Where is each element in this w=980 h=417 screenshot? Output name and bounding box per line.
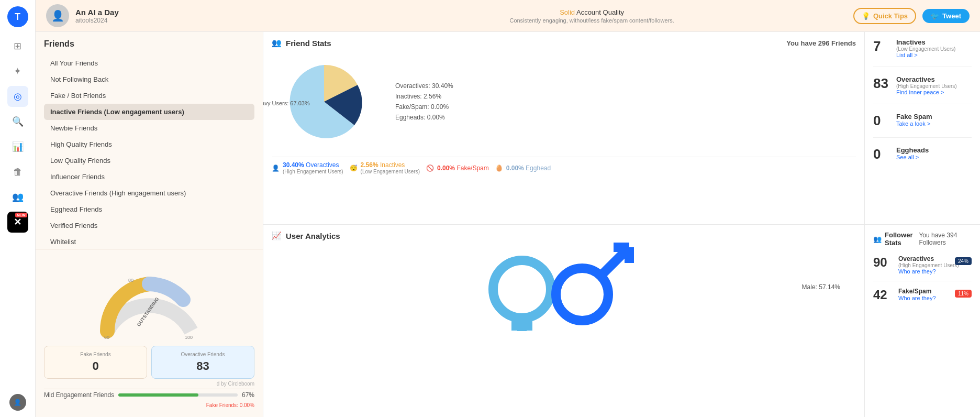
- follower-fake-spam-label: Fake/Spam: [898, 288, 936, 295]
- follower-fake-spam-link[interactable]: Who are they?: [898, 295, 936, 301]
- overactive-value: 83: [157, 359, 249, 373]
- eggheads-side-label: Eggheads: [896, 146, 929, 154]
- quick-tips-label: Quick Tips: [873, 12, 908, 20]
- follower-overactives-num: 90: [873, 255, 894, 270]
- follower-overactives-badge: 24%: [955, 257, 972, 265]
- quality-account: Account Quality: [575, 8, 624, 16]
- sidebar-item-people[interactable]: 👥: [7, 186, 28, 207]
- left-panel: Friends All Your Friends Not Following B…: [36, 32, 263, 417]
- fake-spam-link[interactable]: Take a look >: [896, 120, 932, 127]
- nav-influencer[interactable]: Influencer Friends: [44, 169, 254, 185]
- logo-text: T: [15, 12, 20, 23]
- overactives-link[interactable]: Find inner peace >: [896, 89, 957, 95]
- nav-fake-bot[interactable]: Fake / Bot Friends: [44, 87, 254, 104]
- follower-fake-spam-info: Fake/Spam Who are they?: [898, 288, 936, 301]
- quality-solid: Solid: [560, 8, 575, 16]
- sidebar-item-trash[interactable]: 🗑: [7, 161, 28, 182]
- nav-all-friends[interactable]: All Your Friends: [44, 55, 254, 71]
- inactives-num: 7: [873, 38, 892, 54]
- logo: T: [7, 6, 28, 27]
- overactives-value: 30.40%: [283, 161, 304, 169]
- gauge-area: OUTSTANDING 60 80 100 Fake Friends 0 Ove…: [36, 249, 263, 417]
- nav-low-quality[interactable]: Low Quality Friends: [44, 152, 254, 169]
- egghead-pill: 🥚 0.00% Egghead: [495, 161, 551, 174]
- follower-title-text: Follower Stats: [885, 231, 919, 247]
- follower-stats-panel: 👥 Follower Stats You have 394 Followers …: [865, 225, 980, 417]
- nav-egghead[interactable]: Egghead Friends: [44, 201, 254, 217]
- fake-spam-icon: 🚫: [426, 164, 434, 172]
- nav-whitelist[interactable]: Whitelist: [44, 234, 254, 249]
- sidebar-item-search[interactable]: 🔍: [7, 111, 28, 132]
- follower-fake-spam-num: 42: [873, 288, 894, 302]
- sidebar-item-x[interactable]: ✕ NEW: [7, 212, 28, 233]
- fake-spam-info: Fake Spam Take a look >: [896, 113, 932, 127]
- follower-stats-header: 👥 Follower Stats You have 394 Followers: [873, 231, 972, 247]
- follower-count: You have 394 Followers: [919, 232, 972, 246]
- overactive-label: Overactive Friends: [157, 352, 249, 357]
- overactives-sub: (High Engagement Users): [283, 169, 343, 174]
- overactives-side-label: Overactives: [896, 75, 957, 83]
- gauge-svg: OUTSTANDING 60 80 100: [97, 258, 202, 342]
- quick-tips-button[interactable]: 💡 Quick Tips: [853, 8, 916, 24]
- fake-spam-legend: Fake/Spam: 0.00%: [395, 103, 856, 111]
- right-area: 👥 Friend Stats You have 296 Friends: [263, 32, 980, 417]
- pie-chart-wrap: Social Savy Users: 67.03%: [272, 56, 387, 150]
- user-analytics-panel: 📈 User Analytics: [263, 225, 865, 417]
- sidebar-item-grid[interactable]: ⊞: [7, 36, 28, 57]
- quality-title: Solid Account Quality: [337, 8, 847, 16]
- quality-sub: Consistently engaging, without/less fake…: [337, 17, 847, 24]
- progress-bar-fill: [118, 393, 198, 397]
- sidebar-item-network[interactable]: ✦: [7, 61, 28, 82]
- lightbulb-icon: 💡: [862, 12, 870, 20]
- sidebar-item-target[interactable]: ◎: [7, 86, 28, 107]
- friends-count: You have 296 Friends: [786, 39, 856, 47]
- fake-spam-side-stat: 0 Fake Spam Take a look >: [873, 113, 972, 129]
- nav-high-quality[interactable]: High Quality Friends: [44, 136, 254, 152]
- stats-row: 👤 30.40% Overactives (High Engagement Us…: [272, 157, 856, 179]
- follower-fake-spam-row: 42 Fake/Spam Who are they? 11%: [873, 288, 972, 302]
- user-info: An AI a Day aitools2024: [75, 8, 330, 24]
- content-row: Friends All Your Friends Not Following B…: [36, 32, 980, 417]
- gender-chart-svg: [480, 242, 648, 331]
- top-header: 👤 An AI a Day aitools2024 Solid Account …: [36, 0, 980, 32]
- eggheads-link[interactable]: See all >: [896, 154, 929, 160]
- fake-friends-row: Fake Friends: 0.00%: [44, 401, 254, 409]
- fake-friends-label: Fake Friends: [50, 352, 141, 357]
- inactives-info: Inactives (Low Engagement Users) List al…: [896, 38, 955, 58]
- follower-overactives-label: Overactives: [898, 255, 959, 262]
- pie-chart-area: Social Savy Users: 67.03% Overactives: 3…: [272, 52, 856, 155]
- eggheads-legend: Eggheads: 0.00%: [395, 114, 856, 121]
- eggheads-info: Eggheads See all >: [896, 146, 929, 160]
- user-avatar-sidebar[interactable]: 👤: [9, 394, 26, 411]
- fake-spam-label: Fake/Spam: [456, 164, 488, 172]
- follower-fake-spam-badge: 11%: [955, 290, 972, 298]
- egghead-value: 0.00%: [506, 164, 524, 172]
- nav-inactive-friends[interactable]: Inactive Friends (Low engagement users): [44, 104, 254, 120]
- nav-not-following-back[interactable]: Not Following Back: [44, 71, 254, 87]
- svg-point-7: [556, 268, 608, 321]
- twitter-icon: 🐦: [931, 12, 939, 20]
- mid-engagement-label: Mid Engagement Friends: [44, 391, 114, 399]
- tweet-button[interactable]: 🐦 Tweet: [922, 9, 970, 23]
- friends-nav: Friends All Your Friends Not Following B…: [36, 32, 263, 249]
- follower-overactives-link[interactable]: Who are they?: [898, 268, 959, 275]
- sidebar-item-chart[interactable]: 📊: [7, 136, 28, 157]
- egghead-icon: 🥚: [495, 164, 503, 172]
- friend-stats-title: Friend Stats: [286, 39, 331, 48]
- nav-verified[interactable]: Verified Friends: [44, 217, 254, 234]
- inactives-pill: 😴 2.56% Inactives (Low Engagement Users): [350, 161, 420, 174]
- nav-overactive[interactable]: Overactive Friends (High engagement user…: [44, 185, 254, 201]
- nav-newbie-friends[interactable]: Newbie Friends: [44, 120, 254, 136]
- inactives-link[interactable]: List all >: [896, 52, 955, 58]
- stats-boxes: Fake Friends 0 Overactive Friends 83: [44, 346, 254, 379]
- gauge-container: OUTSTANDING 60 80 100: [44, 258, 254, 342]
- overactive-box: Overactive Friends 83: [151, 346, 254, 379]
- fake-spam-side-label: Fake Spam: [896, 113, 932, 120]
- user-name: An AI a Day: [75, 8, 330, 17]
- follower-divider: [873, 281, 972, 281]
- overactives-num: 83: [873, 75, 892, 92]
- eggheads-num: 0: [873, 146, 892, 162]
- inactives-side-label: Inactives: [896, 38, 955, 46]
- main-area: 👤 An AI a Day aitools2024 Solid Account …: [36, 0, 980, 417]
- overactives-pill: 👤 30.40% Overactives (High Engagement Us…: [272, 161, 343, 174]
